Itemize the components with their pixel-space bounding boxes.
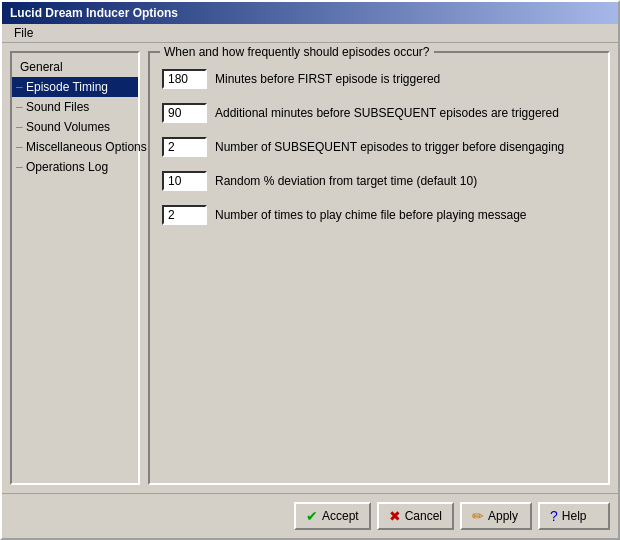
sidebar: GeneralEpisode TimingSound FilesSound Vo… <box>10 51 140 485</box>
help-icon: ? <box>550 508 558 524</box>
accept-label: Accept <box>322 509 359 523</box>
group-legend: When and how frequently should episodes … <box>160 45 434 59</box>
window-title: Lucid Dream Inducer Options <box>10 6 178 20</box>
form-row-chime-count: Number of times to play chime file befor… <box>162 205 596 225</box>
form-row-first-episode: Minutes before FIRST episode is triggere… <box>162 69 596 89</box>
help-label: Help <box>562 509 587 523</box>
sidebar-item-sound-files[interactable]: Sound Files <box>12 97 138 117</box>
input-subsequent-minutes[interactable] <box>162 103 207 123</box>
content-area: When and how frequently should episodes … <box>148 51 610 485</box>
sidebar-item-general[interactable]: General <box>12 57 138 77</box>
label-random-deviation: Random % deviation from target time (def… <box>215 174 477 188</box>
cancel-button[interactable]: ✖ Cancel <box>377 502 454 530</box>
form-row-subsequent-minutes: Additional minutes before SUBSEQUENT epi… <box>162 103 596 123</box>
button-bar: ✔ Accept ✖ Cancel ✏ Apply ? Help <box>2 493 618 538</box>
input-first-episode[interactable] <box>162 69 207 89</box>
help-button[interactable]: ? Help <box>538 502 610 530</box>
label-chime-count: Number of times to play chime file befor… <box>215 208 526 222</box>
title-bar: Lucid Dream Inducer Options <box>2 2 618 24</box>
sidebar-item-operations-log[interactable]: Operations Log <box>12 157 138 177</box>
cancel-icon: ✖ <box>389 508 401 524</box>
form-rows: Minutes before FIRST episode is triggere… <box>162 69 596 225</box>
main-window: Lucid Dream Inducer Options File General… <box>0 0 620 540</box>
accept-icon: ✔ <box>306 508 318 524</box>
label-subsequent-minutes: Additional minutes before SUBSEQUENT epi… <box>215 106 559 120</box>
label-subsequent-count: Number of SUBSEQUENT episodes to trigger… <box>215 140 564 154</box>
input-chime-count[interactable] <box>162 205 207 225</box>
form-row-random-deviation: Random % deviation from target time (def… <box>162 171 596 191</box>
cancel-label: Cancel <box>405 509 442 523</box>
input-random-deviation[interactable] <box>162 171 207 191</box>
form-row-subsequent-count: Number of SUBSEQUENT episodes to trigger… <box>162 137 596 157</box>
main-content: GeneralEpisode TimingSound FilesSound Vo… <box>2 43 618 493</box>
accept-button[interactable]: ✔ Accept <box>294 502 371 530</box>
sidebar-item-miscellaneous-options[interactable]: Miscellaneous Options <box>12 137 138 157</box>
sidebar-item-episode-timing[interactable]: Episode Timing <box>12 77 138 97</box>
menu-file[interactable]: File <box>6 24 41 42</box>
apply-label: Apply <box>488 509 518 523</box>
label-first-episode: Minutes before FIRST episode is triggere… <box>215 72 440 86</box>
apply-icon: ✏ <box>472 508 484 524</box>
apply-button[interactable]: ✏ Apply <box>460 502 532 530</box>
episode-timing-group: When and how frequently should episodes … <box>148 51 610 485</box>
menu-bar: File <box>2 24 618 43</box>
sidebar-item-sound-volumes[interactable]: Sound Volumes <box>12 117 138 137</box>
input-subsequent-count[interactable] <box>162 137 207 157</box>
